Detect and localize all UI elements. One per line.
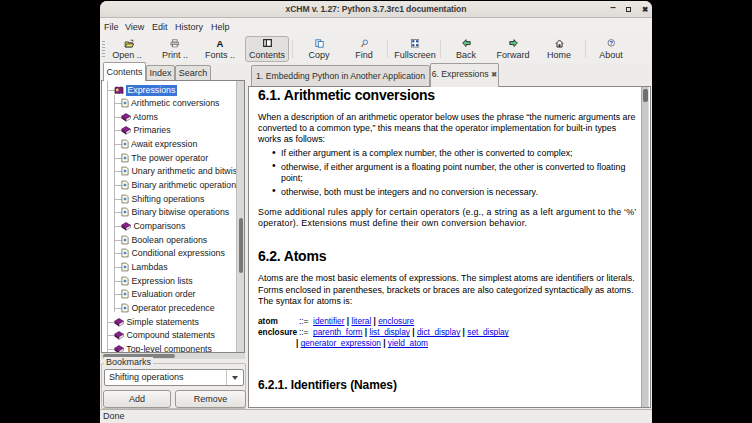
svg-text:?: ?	[609, 39, 613, 46]
